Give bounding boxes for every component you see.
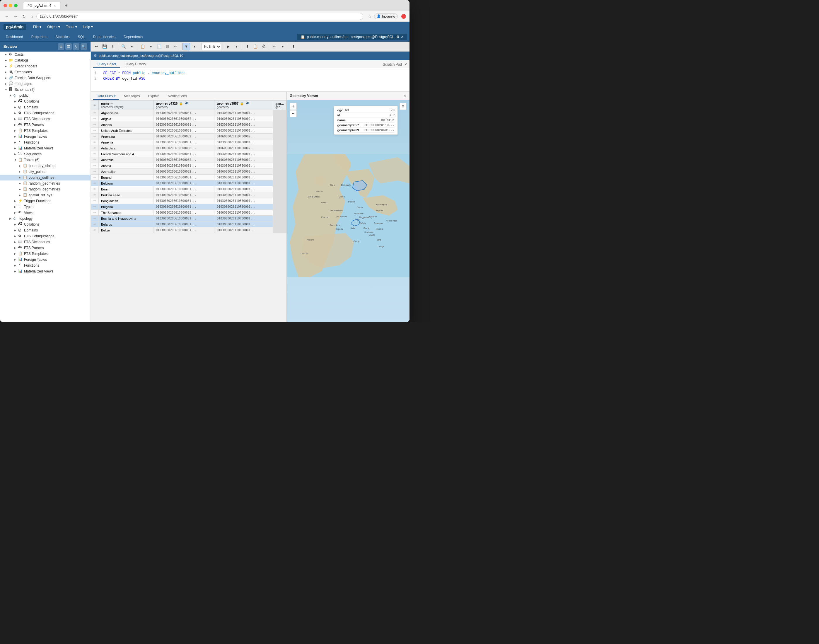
tab-dependents[interactable]: Dependents [120, 34, 146, 40]
tree-item-random-geo2[interactable]: ▶📋random_geometries [0, 186, 90, 192]
map-layers-button[interactable]: ≡ [400, 103, 407, 110]
tree-item-fts-templates[interactable]: ▶📋FTS Templates [0, 128, 90, 133]
tb-find-btn[interactable]: 🔍 [120, 43, 127, 51]
table-row[interactable]: ✏ Armenia 0103000020E610000001... 010300… [91, 140, 286, 145]
tab-close-button[interactable]: ✕ [54, 4, 56, 8]
tree-item-catalogs[interactable]: ▶📁Catalogs [0, 57, 90, 63]
col-header-geo4326[interactable]: geometry4326 🔒 👁 geometry [153, 101, 214, 110]
back-button[interactable]: ← [3, 13, 10, 20]
tb-copy-down-btn[interactable]: ▾ [147, 43, 155, 51]
tab-notifications[interactable]: Notifications [164, 93, 190, 100]
col-header-geo3857[interactable]: geometry3857 🔒 👁 geometry [214, 101, 273, 110]
tb-export-btn[interactable]: ⬇ [243, 43, 251, 51]
table-row[interactable]: ✏ Bangladesh 0103000020E610000001... 010… [91, 198, 286, 204]
table-row[interactable]: ✏ Burkina Faso 0103000020E610000001... 0… [91, 192, 286, 198]
tree-item-fts-config[interactable]: ▶⚙FTS Configurations [0, 110, 90, 116]
tab-dependencies[interactable]: Dependencies [89, 34, 119, 40]
table-row[interactable]: ✏ Belgium 0103000020E610000001... 010300… [91, 181, 286, 186]
tb-format-down-btn[interactable]: ▾ [279, 43, 286, 51]
col-header-name[interactable]: name ✏ character varying [99, 101, 153, 110]
sidebar-search-btn[interactable]: 🔍 [81, 43, 87, 50]
tab-query-editor[interactable]: Query Editor [93, 61, 120, 68]
tree-item-trigger-functions[interactable]: ▶⚡Trigger Functions [0, 198, 90, 204]
tb-delete-btn[interactable]: 🗑 [164, 43, 171, 51]
close-button[interactable] [3, 4, 7, 7]
reload-button[interactable]: ↻ [21, 13, 27, 20]
tree-item-country-outlines[interactable]: ▶📋country_outlines [0, 175, 90, 181]
browser-tab[interactable]: PG pgAdmin 4 ✕ [23, 2, 60, 9]
tree-item-topology[interactable]: ▶◇topology [0, 216, 90, 221]
tree-item-extensions[interactable]: ▶🔌Extensions [0, 69, 90, 75]
menu-help[interactable]: Help ▾ [81, 24, 95, 30]
tree-item-topo-collations[interactable]: ▶AZCollations [0, 221, 90, 227]
url-bar[interactable]: 127.0.0.1:5050/browser/ [36, 13, 363, 20]
sidebar-refresh-btn[interactable]: ↻ [73, 43, 80, 50]
tb-filter-btn[interactable]: ▼ [182, 43, 190, 51]
tb-download-csv-btn[interactable]: ⬇ [290, 43, 297, 51]
tree-item-spatial-ref[interactable]: ▶📋spatial_ref_sys [0, 192, 90, 198]
col-header-geo-extra[interactable]: geo... geo... [273, 101, 286, 110]
menu-file[interactable]: File ▾ [31, 24, 44, 30]
tree-item-topo-foreign-tables[interactable]: ▶📊Foreign Tables [0, 257, 90, 262]
new-tab-button[interactable]: + [63, 2, 70, 9]
tree-item-boundary-claims[interactable]: ▶📋boundary_claims [0, 163, 90, 169]
tree-item-domains[interactable]: ▶◎Domains [0, 104, 90, 110]
tree-item-languages[interactable]: ▶💬Languages [0, 81, 90, 87]
tab-properties[interactable]: Properties [28, 34, 51, 40]
path-close-icon[interactable]: ✕ [401, 35, 404, 39]
table-row[interactable]: ✏ French Southern and A... 0103000020E61… [91, 151, 286, 157]
tb-edit-btn[interactable]: ✏ [171, 43, 179, 51]
menu-tools[interactable]: Tools ▾ [64, 24, 79, 30]
tree-item-fdw[interactable]: ▶🔗Foreign Data Wrappers [0, 75, 90, 81]
sidebar-table-btn[interactable]: ☰ [65, 43, 72, 50]
tb-save-btn[interactable]: 💾 [101, 43, 109, 51]
tree-item-mat-views[interactable]: ▶📊Materialized Views [0, 145, 90, 151]
table-row[interactable]: ✏ United Arab Emirates 0103000020E610000… [91, 128, 286, 133]
tb-clipboard-btn[interactable]: 📋 [252, 43, 259, 51]
tb-filter-down-btn[interactable]: ▾ [191, 43, 198, 51]
menu-object[interactable]: Object ▾ [45, 24, 63, 30]
tb-save-down-btn[interactable]: ⬇ [109, 43, 116, 51]
tree-item-topo-functions[interactable]: ▶ƒFunctions [0, 262, 90, 268]
table-row[interactable]: ✏ Albania 0103000020E610000001... 010300… [91, 122, 286, 128]
tree-item-topo-fts-dict[interactable]: ▶📖FTS Dictionaries [0, 239, 90, 245]
table-row[interactable]: ✏ Australia 0106000020E610000002... 0106… [91, 157, 286, 163]
incognito-button[interactable]: 👤 Incognito [374, 14, 398, 19]
tree-item-casts[interactable]: ▶⚙Casts [0, 52, 90, 57]
zoom-out-button[interactable]: − [290, 110, 297, 117]
tab-query-history[interactable]: Query History [121, 61, 149, 68]
tb-find-down-btn[interactable]: ▾ [128, 43, 136, 51]
table-row[interactable]: ✏ Antarctica 0103000020E610000008... 010… [91, 145, 286, 151]
tb-history-btn[interactable]: ⏱ [260, 43, 268, 51]
geo-close-button[interactable]: ✕ [403, 94, 407, 98]
tree-item-city-points[interactable]: ▶📋city_points [0, 169, 90, 175]
tree-item-fts-parsers[interactable]: ▶AaFTS Parsers [0, 122, 90, 128]
table-row[interactable]: ✏ Austria 0103000020E610000001... 010300… [91, 163, 286, 169]
table-row[interactable]: ✏ Belarus 0103000020E610000001... 010300… [91, 221, 286, 227]
table-row[interactable]: ✏ Belize 0103000020E610000001... 0103000… [91, 227, 286, 233]
minimize-button[interactable] [9, 4, 12, 7]
tree-item-collations[interactable]: ▶AZCollations [0, 98, 90, 104]
tree-item-public[interactable]: ▼◇public [0, 93, 90, 98]
limit-select[interactable]: No limit 100 500 [202, 43, 221, 50]
tree-item-event-triggers[interactable]: ▶⚡Event Triggers [0, 63, 90, 69]
table-row[interactable]: ✏ Afghanistan 0103000020E610000001... 01… [91, 110, 286, 116]
tree-item-schemas[interactable]: ▼🗄Schemas (2) [0, 87, 90, 93]
tb-paste-btn[interactable]: 📄 [155, 43, 163, 51]
tree-item-topo-fts-config[interactable]: ▶⚙FTS Configurations [0, 233, 90, 239]
col-geo3857-eye-icon[interactable]: 👁 [246, 102, 249, 105]
scratchpad-close-icon[interactable]: ✕ [404, 63, 407, 66]
tb-format-btn[interactable]: ✏ [271, 43, 278, 51]
table-row[interactable]: ✏ Benin 0103000020E610000001... 01030000… [91, 186, 286, 192]
tb-copy-btn[interactable]: 📋 [139, 43, 147, 51]
tree-item-foreign-tables[interactable]: ▶📊Foreign Tables [0, 133, 90, 140]
bookmark-icon[interactable]: ☆ [368, 14, 372, 19]
tree-item-topo-mat-views[interactable]: ▶📊Materialized Views [0, 268, 90, 274]
tree-item-topo-domains[interactable]: ▶◎Domains [0, 227, 90, 233]
tree-item-fts-dict[interactable]: ▶📖FTS Dictionaries [0, 116, 90, 122]
table-row[interactable]: ✏ Bosnia and Herzegovina 0103000020E6100… [91, 216, 286, 221]
tab-active-path[interactable]: 📋 public.country_outlines/geo_test/postg… [297, 34, 407, 40]
tab-data-output[interactable]: Data Output [93, 93, 119, 100]
forward-button[interactable]: → [12, 13, 19, 20]
tab-explain[interactable]: Explain [144, 93, 163, 100]
